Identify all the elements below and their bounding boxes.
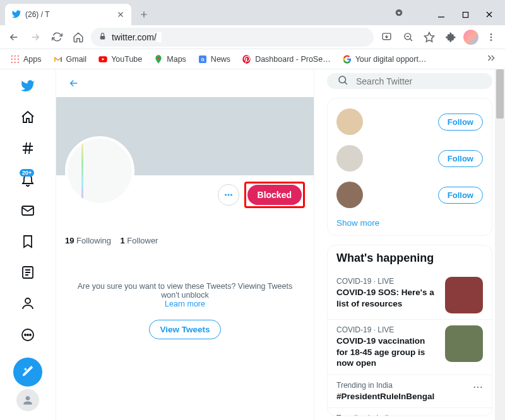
youtube-icon <box>98 54 108 64</box>
svg-point-6 <box>490 36 492 38</box>
google-icon <box>342 54 352 64</box>
bookmark-maps[interactable]: Maps <box>150 52 190 67</box>
close-window-button[interactable] <box>485 10 494 19</box>
view-tweets-button[interactable]: View Tweets <box>149 320 220 339</box>
bookmark-star-icon[interactable] <box>420 28 438 46</box>
trend-item[interactable]: Trending in India#CancelIPLTrending with… <box>328 407 492 416</box>
search-icon <box>337 74 348 88</box>
who-to-follow: Follow Follow Follow Show more <box>327 98 492 236</box>
home-button[interactable] <box>69 28 87 46</box>
back-arrow-button[interactable] <box>64 73 84 93</box>
profile-actions-row: Blocked <box>56 175 314 208</box>
maps-icon <box>153 54 163 64</box>
suggested-user[interactable]: Follow <box>336 103 483 140</box>
compose-tweet-button[interactable] <box>13 358 42 386</box>
blocked-confirm-zone: Are you sure you want to view these Twee… <box>56 263 314 358</box>
tab-title: (26) / T <box>25 10 112 19</box>
svg-rect-0 <box>463 12 468 17</box>
scrollbar-thumb[interactable] <box>496 69 504 119</box>
follow-button[interactable]: Follow <box>438 187 483 204</box>
search-box[interactable] <box>327 73 492 89</box>
blocked-button[interactable]: Blocked <box>247 185 302 205</box>
trend-more-icon[interactable]: ⋯ <box>473 381 483 393</box>
window-titlebar: (26) / T <box>0 0 505 25</box>
svg-point-20 <box>225 194 227 196</box>
search-input[interactable] <box>356 76 482 86</box>
avatar <box>336 145 363 172</box>
followers-stat[interactable]: 1 Follower <box>120 236 158 245</box>
suggested-user[interactable]: Follow <box>336 140 483 177</box>
blocked-highlight: Blocked <box>244 182 305 208</box>
nav-bookmarks[interactable] <box>13 227 42 255</box>
nav-profile[interactable] <box>13 289 42 318</box>
nav-more[interactable] <box>13 320 42 349</box>
address-bar[interactable]: twitter.com/ <box>91 28 374 47</box>
profile-stats: 19 Following 1 Follower <box>56 208 314 250</box>
trend-item[interactable]: COVID-19 · LIVECOVID-19 vaccination for … <box>328 319 492 375</box>
follow-button[interactable]: Follow <box>438 150 483 167</box>
reload-button[interactable] <box>48 28 66 46</box>
back-button[interactable] <box>5 28 23 46</box>
browser-toolbar: twitter.com/ <box>0 25 505 49</box>
gmail-icon <box>53 54 63 64</box>
extensions-icon[interactable] <box>442 28 460 46</box>
minimize-button[interactable] <box>437 10 446 19</box>
following-stat[interactable]: 19 Following <box>65 236 111 245</box>
svg-point-23 <box>339 76 346 83</box>
trend-more-icon[interactable]: ⋯ <box>473 414 483 416</box>
confirm-text: Are you sure you want to view these Twee… <box>69 282 301 300</box>
twitter-logo[interactable] <box>13 72 42 100</box>
bookmark-youtube[interactable]: YouTube <box>94 52 146 67</box>
svg-point-5 <box>490 33 492 35</box>
more-actions-button[interactable] <box>218 184 239 206</box>
svg-point-17 <box>27 334 28 335</box>
bookmark-gmail[interactable]: Gmail <box>49 52 91 67</box>
new-tab-button[interactable] <box>135 6 153 23</box>
svg-point-9 <box>158 57 160 59</box>
nav-lists[interactable] <box>13 259 42 287</box>
svg-point-21 <box>227 194 229 196</box>
bookmarks-overflow[interactable] <box>484 50 499 67</box>
bookmark-google[interactable]: Your digital opport… <box>338 52 431 67</box>
profile-header <box>56 69 314 97</box>
menu-icon[interactable] <box>482 28 500 46</box>
avatar <box>336 182 363 208</box>
bookmarks-bar: Apps Gmail YouTube Maps GNews Dashboard … <box>0 49 505 69</box>
whats-happening: What's happening COVID-19 · LIVECOVID-19… <box>327 245 492 416</box>
account-switcher[interactable] <box>16 389 39 411</box>
svg-rect-2 <box>100 35 105 38</box>
bookmark-news[interactable]: GNews <box>194 52 234 67</box>
trend-item[interactable]: COVID-19 · LIVECOVID-19 SOS: Here's a li… <box>328 271 492 319</box>
left-nav: 20+ <box>0 69 56 420</box>
url-text: twitter.com/ <box>112 32 162 42</box>
profile-avatar[interactable] <box>65 136 134 206</box>
right-column: Follow Follow Follow Show more What's ha… <box>314 69 505 420</box>
svg-point-22 <box>230 194 232 196</box>
zoom-icon[interactable] <box>399 28 417 46</box>
follow-button[interactable]: Follow <box>438 114 483 131</box>
apps-grid-icon <box>10 54 20 64</box>
nav-explore[interactable] <box>13 134 42 163</box>
scrollbar-track[interactable] <box>495 69 505 420</box>
install-app-icon[interactable] <box>377 28 395 46</box>
close-tab-icon[interactable] <box>116 10 125 19</box>
maximize-button[interactable] <box>461 10 470 19</box>
learn-more-link[interactable]: Learn more <box>69 300 301 308</box>
pinterest-icon <box>242 54 252 64</box>
nav-notifications[interactable]: 20+ <box>13 165 42 194</box>
bookmark-apps[interactable]: Apps <box>6 52 45 67</box>
profile-avatar-icon[interactable] <box>463 30 478 45</box>
nav-home[interactable] <box>13 103 42 131</box>
nav-messages[interactable] <box>13 196 42 225</box>
show-more-link[interactable]: Show more <box>336 213 483 230</box>
trend-thumb <box>445 325 483 362</box>
trend-item[interactable]: Trending in India#PresidentRuleInBengal … <box>328 375 492 408</box>
trend-thumb <box>445 277 483 313</box>
svg-point-14 <box>25 298 30 303</box>
bookmark-pinterest[interactable]: Dashboard - ProSe… <box>238 52 335 67</box>
browser-tab[interactable]: (26) / T <box>5 4 131 25</box>
avatar <box>336 108 363 135</box>
svg-point-7 <box>490 39 492 41</box>
news-icon: G <box>198 54 208 64</box>
suggested-user[interactable]: Follow <box>336 177 483 213</box>
